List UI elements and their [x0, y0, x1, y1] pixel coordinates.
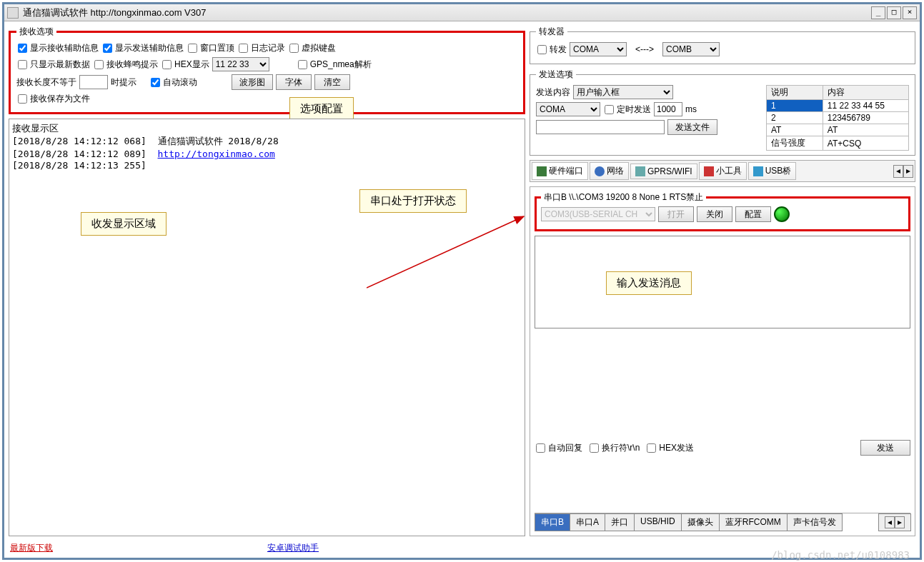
cb-forward[interactable]: 转发 — [536, 44, 567, 56]
btn-config-port[interactable]: 配置 — [735, 206, 771, 222]
btab-soundcard[interactable]: 声卡信号发 — [787, 513, 843, 531]
cb-hex-send[interactable]: HEX发送 — [645, 442, 694, 454]
callout-display: 收发显示区域 — [81, 212, 167, 236]
table-row: 信号强度AT+CSQ — [767, 136, 909, 151]
hex-value-select[interactable]: 11 22 33 — [212, 57, 269, 71]
cb-gps[interactable]: GPS_nmea解析 — [297, 59, 372, 71]
tab-scroll-left[interactable]: ◂ — [893, 165, 903, 178]
cb-auto-reply[interactable]: 自动回复 — [535, 442, 582, 454]
tab-gprs-wifi[interactable]: GPRS/WIFI — [630, 164, 697, 179]
btab-bluetooth[interactable]: 蓝牙RFCOMM — [719, 513, 788, 531]
port-panel: 串口B \\.\COM3 19200 8 None 1 RTS禁止 COM3(U… — [530, 186, 915, 536]
btn-font[interactable]: 字体 — [276, 74, 312, 90]
recv-options-legend: 接收选项 — [16, 26, 56, 38]
link-latest-download[interactable]: 最新版下载 — [10, 542, 53, 554]
maximize-button[interactable]: □ — [887, 6, 901, 19]
btab-usbhid[interactable]: USB/HID — [634, 513, 682, 531]
btab-serialb[interactable]: 串口B — [535, 513, 570, 531]
table-row: 2123456789 — [767, 112, 909, 124]
minimize-button[interactable]: _ — [871, 6, 885, 19]
app-icon — [7, 7, 19, 19]
recv-area-title: 接收显示区 — [12, 122, 522, 135]
app-window: 通信猫调试软件 http://tongxinmao.com V307 _ □ ×… — [2, 2, 922, 560]
tabbar-top: 硬件端口 网络 GPRS/WIFI 小工具 USB桥 ◂▸ — [530, 160, 915, 182]
toolbox-icon — [704, 166, 714, 176]
close-button[interactable]: × — [903, 6, 917, 19]
callout-options: 选项配置 — [289, 97, 354, 121]
cb-vkeyboard[interactable]: 虚拟键盘 — [288, 42, 336, 54]
len-input[interactable] — [79, 75, 108, 89]
tab-hardware-port[interactable]: 硬件端口 — [532, 162, 588, 180]
recv-display-area[interactable]: 接收显示区 [2018/8/28 14:12:12 068] 通信猫调试软件 2… — [9, 119, 525, 536]
cb-show-send-aux[interactable]: 显示发送辅助信息 — [101, 42, 184, 54]
port-status-led — [774, 206, 790, 222]
cb-show-recv-aux[interactable]: 显示接收辅助信息 — [16, 42, 99, 54]
quick-send-table[interactable]: 说明内容 111 22 33 44 55 2123456789 ATAT 信号强… — [766, 85, 909, 151]
btn-waveform[interactable]: 波形图 — [232, 74, 273, 90]
cb-beep[interactable]: 接收蜂鸣提示 — [93, 59, 158, 71]
cb-newline[interactable]: 换行符\r\n — [588, 442, 640, 454]
table-row: ATAT — [767, 124, 909, 136]
forward-arrow-label: <---> — [635, 44, 654, 54]
send-textarea[interactable] — [535, 236, 910, 328]
send-content-select[interactable]: 用户输入框 — [573, 85, 673, 99]
svg-line-1 — [367, 216, 524, 288]
tab-network[interactable]: 网络 — [590, 162, 629, 180]
link-tongxinmao[interactable]: http://tongxinmao.com — [158, 149, 275, 159]
forward-comb-select[interactable]: COMB — [662, 42, 720, 56]
com-port-select[interactable]: COM3(USB-SERIAL CH — [541, 207, 655, 221]
tab-tools[interactable]: 小工具 — [699, 162, 747, 180]
send-options-legend: 发送选项 — [536, 69, 576, 81]
arrow-icon — [367, 209, 531, 295]
len-label1: 接收长度不等于 — [16, 76, 76, 89]
forwarder-group: 转发器 转发 COMA <---> COMB — [530, 26, 915, 64]
globe-icon — [595, 166, 605, 176]
timed-interval-input[interactable] — [654, 102, 682, 116]
cb-log[interactable]: 日志记录 — [237, 42, 285, 54]
btn-clear[interactable]: 清空 — [314, 74, 350, 90]
serial-port-legend: 串口B \\.\COM3 19200 8 None 1 RTS禁止 — [541, 191, 706, 204]
cb-topmost[interactable]: 窗口置顶 — [187, 42, 234, 54]
btn-send-file[interactable]: 发送文件 — [667, 119, 717, 135]
wifi-icon — [635, 166, 645, 176]
recv-options-group: 接收选项 显示接收辅助信息 显示发送辅助信息 窗口置顶 日志记录 虚拟键盘 只显… — [9, 26, 525, 114]
usb-icon — [753, 166, 763, 176]
timed-unit-label: ms — [685, 104, 697, 114]
send-content-label: 发送内容 — [536, 86, 570, 99]
tab-usb-bridge[interactable]: USB桥 — [748, 162, 797, 180]
chip-icon — [537, 166, 547, 176]
btab-seriala[interactable]: 串口A — [570, 513, 605, 531]
window-title: 通信猫调试软件 http://tongxinmao.com V307 — [23, 6, 871, 19]
titlebar: 通信猫调试软件 http://tongxinmao.com V307 _ □ × — [4, 4, 920, 21]
forward-coma-select[interactable]: COMA — [570, 42, 627, 56]
btab-scroll-left[interactable]: ◂ — [885, 516, 895, 528]
btn-send[interactable]: 发送 — [860, 440, 910, 456]
btab-camera[interactable]: 摄像头 — [681, 513, 720, 531]
send-port-select[interactable]: COMA — [536, 102, 600, 116]
forwarder-legend: 转发器 — [536, 26, 567, 38]
btn-open-port[interactable]: 打开 — [658, 206, 694, 222]
footer-links: 最新版下载 安卓调试助手 — [4, 541, 920, 556]
serial-port-box: 串口B \\.\COM3 19200 8 None 1 RTS禁止 COM3(U… — [535, 191, 910, 231]
cb-save-file[interactable]: 接收保存为文件 — [16, 93, 90, 105]
btab-parallel[interactable]: 并口 — [605, 513, 635, 531]
send-file-input[interactable] — [536, 120, 665, 134]
tabbar-bottom: 串口B 串口A 并口 USB/HID 摄像头 蓝牙RFCOMM 声卡信号发 ◂▸ — [535, 513, 910, 531]
callout-input-send: 输入发送消息 — [606, 271, 692, 295]
cb-only-latest[interactable]: 只显示最新数据 — [16, 59, 90, 71]
btab-scroll-right[interactable]: ▸ — [895, 516, 905, 528]
cb-autoscroll[interactable]: 自动滚动 — [149, 76, 197, 89]
tab-scroll-right[interactable]: ▸ — [903, 165, 913, 178]
cb-timed-send[interactable]: 定时发送 — [603, 104, 651, 116]
cb-hex-display[interactable]: HEX显示 — [161, 59, 209, 71]
table-row: 111 22 33 44 55 — [767, 100, 909, 112]
btn-close-port[interactable]: 关闭 — [697, 206, 732, 222]
link-android-helper[interactable]: 安卓调试助手 — [267, 542, 319, 554]
send-options-group: 发送选项 发送内容 用户输入框 COMA 定时发送 ms — [530, 69, 915, 156]
len-label2: 时提示 — [111, 76, 136, 89]
